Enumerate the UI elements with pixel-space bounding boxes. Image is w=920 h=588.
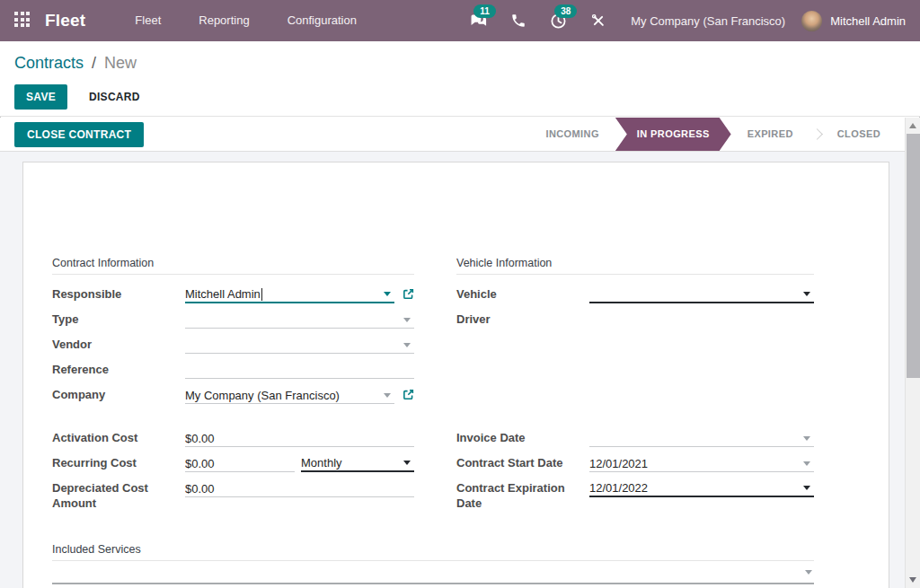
recurring-cost-label: Recurring Cost	[52, 452, 185, 477]
company-label: Company	[52, 383, 185, 408]
apps-grid-icon[interactable]	[14, 12, 32, 30]
text-cursor	[261, 288, 262, 301]
user-avatar	[801, 11, 822, 31]
user-name: Mitchell Admin	[830, 14, 906, 28]
breadcrumb: Contracts / New	[14, 54, 906, 73]
company-external-link-icon[interactable]	[402, 388, 414, 404]
driver-label: Driver	[456, 308, 589, 333]
vendor-label: Vendor	[52, 333, 185, 358]
field-row-invoice-date: Invoice Date	[456, 426, 814, 452]
vertical-scrollbar[interactable]	[905, 118, 920, 588]
invoice-date-input[interactable]	[589, 426, 814, 447]
company-input[interactable]: My Company (San Francisco)	[185, 383, 394, 404]
invoice-date-dropdown-icon[interactable]	[803, 436, 810, 441]
included-services-dropdown-icon[interactable]	[805, 570, 812, 575]
contract-expiration-date-label: Contract Expiration Date	[456, 477, 589, 511]
company-switcher[interactable]: My Company (San Francisco)	[631, 14, 785, 28]
contract-start-date-dropdown-icon[interactable]	[803, 461, 810, 466]
section-included-services: Included Services	[52, 543, 814, 561]
field-row-driver: Driver	[456, 308, 814, 333]
contract-expiration-date-dropdown-icon[interactable]	[803, 486, 810, 490]
field-row-reference: Reference	[52, 358, 414, 383]
type-dropdown-icon[interactable]	[403, 318, 411, 322]
scroll-up-icon[interactable]	[909, 123, 916, 128]
discard-button[interactable]: DISCARD	[81, 84, 148, 110]
phone-icon[interactable]	[499, 13, 538, 29]
recurring-frequency-dropdown-icon[interactable]	[403, 461, 411, 465]
reference-label: Reference	[52, 358, 185, 383]
field-row-responsible: Responsible Mitchell Admin	[52, 283, 414, 308]
top-navbar: Fleet Fleet Reporting Configuration 11 3…	[0, 0, 920, 41]
responsible-external-link-icon[interactable]	[402, 287, 414, 303]
menu-reporting[interactable]: Reporting	[180, 0, 268, 41]
vendor-dropdown-icon[interactable]	[403, 343, 411, 347]
vehicle-information-group: Vehicle Information Vehicle	[456, 257, 814, 511]
scrollbar-thumb[interactable]	[907, 134, 920, 378]
breadcrumb-contracts-link[interactable]: Contracts	[14, 54, 84, 72]
depreciated-cost-label: Depreciated Cost Amount	[52, 477, 185, 511]
field-row-company: Company My Company (San Francisco)	[52, 383, 414, 408]
reference-input[interactable]	[185, 358, 414, 379]
section-contract-information: Contract Information	[52, 257, 414, 275]
stage-in-progress[interactable]: IN PROGRESS	[615, 118, 731, 151]
stage-expired[interactable]: EXPIRED	[733, 118, 808, 151]
field-row-type: Type	[52, 308, 414, 333]
invoice-date-label: Invoice Date	[456, 426, 589, 452]
contract-start-date-label: Contract Start Date	[456, 452, 589, 477]
stage-incoming[interactable]: INCOMING	[531, 118, 613, 151]
contract-information-group: Contract Information Responsible Mitchel…	[52, 257, 414, 511]
field-row-contract-start-date: Contract Start Date 12/01/2021	[456, 452, 814, 477]
vendor-input[interactable]	[185, 333, 414, 354]
vehicle-dropdown-icon[interactable]	[803, 292, 810, 296]
menu-fleet[interactable]: Fleet	[116, 0, 180, 41]
tools-icon[interactable]	[579, 13, 618, 29]
depreciated-cost-input[interactable]: $0.00	[185, 477, 414, 497]
user-menu[interactable]: Mitchell Admin	[801, 11, 906, 31]
vehicle-label: Vehicle	[456, 283, 589, 308]
save-button[interactable]: SAVE	[14, 84, 67, 110]
included-services-input[interactable]	[52, 561, 814, 584]
form-view: Contract Information Responsible Mitchel…	[0, 152, 920, 588]
contract-start-date-input[interactable]: 12/01/2021	[589, 452, 814, 472]
field-row-activation-cost: Activation Cost $0.00	[52, 426, 414, 452]
app-brand[interactable]: Fleet	[45, 11, 85, 31]
recurring-cost-input[interactable]: $0.00	[185, 452, 295, 472]
field-row-depreciated-cost: Depreciated Cost Amount $0.00	[52, 477, 414, 511]
main-menu: Fleet Reporting Configuration	[116, 0, 376, 41]
stage-closed[interactable]: CLOSED	[823, 118, 895, 151]
activation-cost-label: Activation Cost	[52, 426, 185, 452]
navbar-systray: 11 38 My Company (San Francisco) Mitchel…	[457, 11, 920, 31]
activities-clock-icon[interactable]: 38	[538, 13, 579, 30]
menu-configuration[interactable]: Configuration	[269, 0, 376, 41]
section-vehicle-information: Vehicle Information	[456, 257, 814, 275]
stage-pipeline: INCOMING IN PROGRESS EXPIRED CLOSED	[531, 118, 895, 151]
messages-icon[interactable]: 11	[457, 13, 499, 30]
field-row-contract-expiration-date: Contract Expiration Date 12/01/2022	[456, 477, 814, 511]
activation-cost-input[interactable]: $0.00	[185, 426, 414, 447]
form-sheet: Contract Information Responsible Mitchel…	[22, 162, 889, 588]
responsible-label: Responsible	[52, 283, 185, 308]
type-input[interactable]	[185, 308, 414, 329]
recurring-frequency-select[interactable]: Monthly	[301, 452, 414, 472]
included-services-group: Included Services	[52, 543, 814, 584]
activities-badge: 38	[554, 4, 577, 18]
statusbar: CLOSE CONTRACT INCOMING IN PROGRESS EXPI…	[0, 118, 920, 152]
driver-input[interactable]	[589, 308, 814, 329]
contract-expiration-date-input[interactable]: 12/01/2022	[589, 477, 814, 497]
field-row-vehicle: Vehicle	[456, 283, 814, 308]
breadcrumb-separator: /	[92, 54, 96, 72]
field-row-vendor: Vendor	[52, 333, 414, 358]
responsible-input[interactable]: Mitchell Admin	[185, 283, 394, 303]
close-contract-button[interactable]: CLOSE CONTRACT	[14, 122, 144, 147]
chevron-right-icon	[811, 128, 823, 140]
breadcrumb-current: New	[104, 54, 137, 72]
type-label: Type	[52, 308, 185, 333]
form-action-buttons: SAVE DISCARD	[14, 84, 906, 110]
responsible-dropdown-icon[interactable]	[384, 292, 391, 296]
scroll-down-icon[interactable]	[909, 577, 916, 583]
control-panel: Contracts / New SAVE DISCARD	[0, 41, 920, 117]
field-row-recurring-cost: Recurring Cost $0.00 Monthly	[52, 452, 414, 477]
company-dropdown-icon[interactable]	[384, 393, 391, 398]
messages-badge: 11	[473, 4, 496, 18]
vehicle-input[interactable]	[589, 283, 814, 303]
